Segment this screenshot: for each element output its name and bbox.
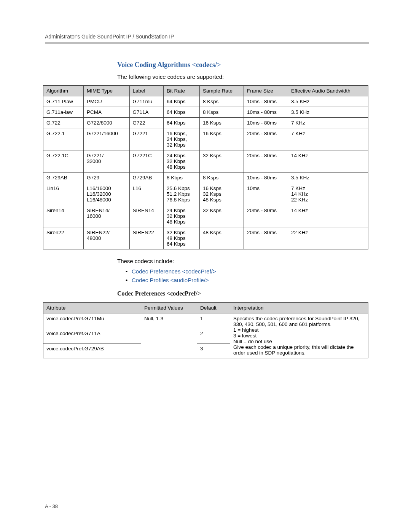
table-cell: 20ms - 80ms — [244, 227, 288, 249]
table-row: voice.codecPref.G711Mu Null, 1-3 1 Speci… — [43, 313, 368, 328]
table-cell: L16 — [129, 183, 163, 205]
table-cell: 64 Kbps — [164, 96, 200, 107]
table-row: G.711a-lawPCMAG711A64 Kbps8 Ksps10ms - 8… — [43, 107, 368, 118]
table-cell: 20ms - 80ms — [244, 205, 288, 227]
table-row: G.722.1CG7221/ 32000G7221C24 Kbps 32 Kbp… — [43, 150, 368, 173]
table-cell: G.711a-law — [43, 107, 84, 118]
page-header: Administrator's Guide SoundPoint IP / So… — [45, 34, 369, 42]
intro-text: The following voice codecs are supported… — [117, 73, 368, 80]
table-cell: 32 Ksps — [199, 205, 244, 227]
table-cell: PCMA — [83, 107, 129, 118]
mid-text: These codecs include: — [117, 258, 368, 264]
table-cell: PMCU — [83, 96, 129, 107]
subsection-title: Codec Preferences <codecPref/> — [117, 290, 368, 297]
table-cell: Siren14 — [43, 205, 84, 227]
table-cell: 16 Ksps — [199, 128, 244, 150]
table-cell: G.729AB — [43, 173, 84, 183]
table-cell: 16 Ksps — [199, 118, 244, 128]
table-row: Siren22SIREN22/ 48000SIREN2232 Kbps 48 K… — [43, 227, 368, 249]
table-cell: 16 Ksps 32 Ksps 48 Ksps — [199, 183, 244, 205]
cell-attr: voice.codecPref.G711A — [43, 328, 141, 343]
table-row: Siren14SIREN14/ 16000SIREN1424 Kbps 32 K… — [43, 205, 368, 227]
table-cell: 14 KHz — [288, 205, 368, 227]
table-row: G.722G722/8000G72264 Kbps16 Ksps10ms - 8… — [43, 118, 368, 128]
table-cell: 32 Kbps 48 Kbps 64 Kbps — [164, 227, 200, 249]
table-cell: SIREN22/ 48000 — [83, 227, 129, 249]
table-cell: Lin16 — [43, 183, 84, 205]
table-cell: SIREN14 — [129, 205, 163, 227]
table-cell: 10ms - 80ms — [244, 107, 288, 118]
table-cell: Siren22 — [43, 227, 84, 249]
bullet-icon: • — [126, 268, 132, 275]
table-cell: 32 Ksps — [199, 150, 244, 173]
table-cell: G729 — [83, 173, 129, 183]
table-cell: 8 Kbps — [164, 173, 200, 183]
col-frame: Frame Size — [244, 86, 288, 96]
table-cell: 3.5 KHz — [288, 173, 368, 183]
table-cell: 24 Kbps 32 Kbps 48 Kbps — [164, 150, 200, 173]
table-cell: 10ms - 80ms — [244, 96, 288, 107]
cell-default: 2 — [197, 328, 230, 343]
table-row: G.722.1G7221/16000G722116 Kbps, 24 Kbps,… — [43, 128, 368, 150]
table-cell: 48 Ksps — [199, 227, 244, 249]
table-cell: 20ms - 80ms — [244, 128, 288, 150]
table-cell: L16/16000 L16/32000 L16/48000 — [83, 183, 129, 205]
list-item: •Codec Preferences <codecPref/> — [126, 268, 368, 275]
table-row: Lin16L16/16000 L16/32000 L16/48000L1625.… — [43, 183, 368, 205]
table-cell: G.722.1 — [43, 128, 84, 150]
table-cell: 24 Kbps 32 Kbps 48 Kbps — [164, 205, 200, 227]
table-cell: 8 Ksps — [199, 107, 244, 118]
table-cell: G7221C — [129, 150, 163, 173]
table-cell: 16 Kbps, 24 Kbps, 32 Kbps — [164, 128, 200, 150]
col-interpretation: Interpretation — [230, 303, 368, 313]
table-cell: 8 Ksps — [199, 173, 244, 183]
table-cell: 22 KHz — [288, 227, 368, 249]
table-cell: G729AB — [129, 173, 163, 183]
cell-permitted: Null, 1-3 — [141, 313, 197, 358]
col-mime: MIME Type — [83, 86, 129, 96]
pref-table: Attribute Permitted Values Default Inter… — [43, 302, 368, 358]
table-cell: G711A — [129, 107, 163, 118]
page-footer: A - 38 — [45, 503, 58, 509]
table-cell: 64 Kbps — [164, 107, 200, 118]
table-cell: SIREN14/ 16000 — [83, 205, 129, 227]
table-cell: G722/8000 — [83, 118, 129, 128]
table-cell: 25.6 Kbps 51.2 Kbps 76.8 Kbps — [164, 183, 200, 205]
table-cell: 14 KHz — [288, 150, 368, 173]
codec-table: Algorithm MIME Type Label Bit Rate Sampl… — [43, 85, 368, 249]
table-cell: G7221/16000 — [83, 128, 129, 150]
table-cell: G7221 — [129, 128, 163, 150]
cell-interpretation: Specifies the codec preferences for Soun… — [230, 313, 368, 358]
table-cell: SIREN22 — [129, 227, 163, 249]
table-cell: G711mu — [129, 96, 163, 107]
cell-attr: voice.codecPref.G729AB — [43, 343, 141, 358]
table-cell: G722 — [129, 118, 163, 128]
table-cell: G.711 Plaw — [43, 96, 84, 107]
table-cell: 10ms — [244, 183, 288, 205]
col-default: Default — [197, 303, 230, 313]
table-cell: 20ms - 80ms — [244, 150, 288, 173]
col-algorithm: Algorithm — [43, 86, 84, 96]
table-cell: 7 KHz 14 KHz 22 KHz — [288, 183, 368, 205]
section-title: Voice Coding Algorithms <codecs/> — [117, 61, 368, 69]
table-cell: 64 Kbps — [164, 118, 200, 128]
table-cell: 7 KHz — [288, 128, 368, 150]
cell-attr: voice.codecPref.G711Mu — [43, 313, 141, 328]
link-codec-pref[interactable]: Codec Preferences <codecPref/> — [132, 268, 216, 275]
col-permitted: Permitted Values — [141, 303, 197, 313]
table-cell: 7 KHz — [288, 118, 368, 128]
table-row: G.711 PlawPMCUG711mu64 Kbps8 Ksps10ms - … — [43, 96, 368, 107]
list-item: •Codec Profiles <audioProfile/> — [126, 277, 368, 283]
col-bandwidth: Effective Audio Bandwidth — [288, 86, 368, 96]
col-bitrate: Bit Rate — [164, 86, 200, 96]
link-codec-profiles[interactable]: Codec Profiles <audioProfile/> — [132, 277, 209, 283]
col-attribute: Attribute — [43, 303, 141, 313]
col-sample: Sample Rate — [199, 86, 244, 96]
table-cell: 3.5 KHz — [288, 107, 368, 118]
table-cell: G.722 — [43, 118, 84, 128]
table-cell: 10ms - 80ms — [244, 118, 288, 128]
cell-default: 3 — [197, 343, 230, 358]
bullet-icon: • — [126, 277, 132, 283]
header-rule — [45, 42, 369, 44]
table-cell: G7221/ 32000 — [83, 150, 129, 173]
